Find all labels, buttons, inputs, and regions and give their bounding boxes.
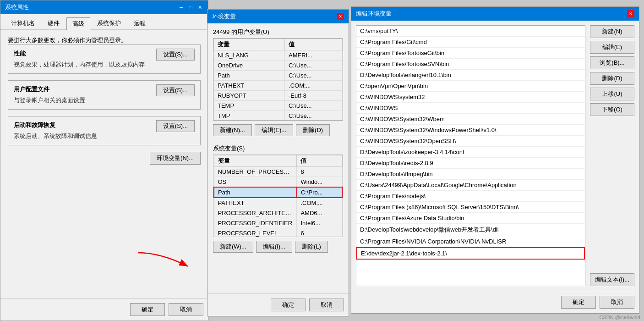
path-list-item[interactable]: C:\WINDOWS\system32 [356, 92, 585, 103]
user-var-name: OneDrive [214, 61, 285, 71]
sys-var-row[interactable]: PROCESSOR_ARCHITECTUREAMD6... [214, 208, 342, 218]
sys-vars-section-title: 系统变量(S) [207, 140, 349, 155]
sys-var-name: PROCESSOR_ARCHITECTURE [214, 208, 297, 218]
sys-var-row[interactable]: PROCESSOR_IDENTIFIERIntel6... [214, 218, 342, 228]
edit-env-down-btn[interactable]: 下移(O) [590, 103, 634, 116]
user-var-value: -Eutf-8 [285, 91, 343, 101]
user-var-value: AMERI... [285, 50, 343, 61]
edit-env-new-btn[interactable]: 新建(N) [590, 25, 634, 38]
sys-cancel-btn[interactable]: 取消 [169, 303, 203, 316]
env-variables-btn[interactable]: 环境变量(N)... [150, 152, 201, 165]
user-var-row[interactable]: RUBYOPT-Eutf-8 [214, 91, 343, 101]
path-list-item[interactable]: D:\DevelopTools\redis-2.8.9 [356, 158, 585, 169]
sys-var-value: 6 [297, 228, 342, 238]
user-delete-btn[interactable]: 删除(D) [296, 124, 330, 136]
tab-hardware[interactable]: 硬件 [42, 17, 65, 29]
edit-env-delete-btn[interactable]: 删除(D) [590, 72, 634, 85]
sys-var-row[interactable]: NUMBER_OF_PROCESSORS8 [214, 167, 342, 177]
path-list-item[interactable]: D:\DevelopTools\ffmpeg\bin [356, 169, 585, 180]
sys-var-row[interactable]: PathC:\Pro... [214, 187, 342, 198]
sys-var-row[interactable]: PATHEXT.COM;... [214, 198, 342, 208]
path-list-item[interactable]: C:\Program Files\TortoiseGit\bin [356, 48, 585, 59]
edit-env-close-btn[interactable]: × [627, 10, 634, 17]
sys-edit-btn[interactable]: 编辑(I)... [256, 241, 292, 253]
tab-system-protection[interactable]: 系统保护 [91, 17, 127, 29]
edit-text-btn[interactable]: 编辑文本(I)... [590, 273, 634, 286]
env-cancel-btn[interactable]: 取消 [309, 299, 344, 311]
user-var-row[interactable]: NLS_LANGAMERI... [214, 50, 343, 61]
warning-text: 要进行大多数更改，你必须作为管理员登录。 [8, 36, 201, 44]
edit-env-ok-btn[interactable]: 确定 [561, 296, 596, 309]
user-new-btn[interactable]: 新建(N)... [213, 124, 252, 136]
edit-env-cancel-btn[interactable]: 取消 [600, 296, 634, 309]
user-var-value: C:\Use... [285, 71, 343, 81]
tab-computer-name[interactable]: 计算机名 [5, 17, 41, 29]
sys-props-content: 要进行大多数更改，你必须作为管理员登录。 设置(S)... 性能 视觉效果，处理… [0, 30, 208, 298]
env-ok-btn[interactable]: 确定 [271, 299, 306, 311]
path-list-item[interactable]: E:\dev\dex2jar-2.1\dex-tools-2.1\ [356, 247, 585, 260]
sys-var-name: PROCESSOR_LEVEL [214, 228, 297, 238]
sys-var-name: PROCESSOR_IDENTIFIER [214, 218, 297, 228]
tab-advanced[interactable]: 高级 [66, 17, 90, 30]
sys-new-btn[interactable]: 新建(W)... [213, 241, 253, 253]
minimize-button[interactable]: ─ [178, 4, 185, 11]
path-list-item[interactable]: D:\DevelopTools\zookeeper-3.4.14\conf [356, 147, 585, 158]
performance-settings-btn[interactable]: 设置(S)... [156, 49, 195, 61]
sys-props-title: 系统属性 [5, 3, 29, 11]
path-list-item[interactable]: C:\WINDOWS\System32\Wbem [356, 114, 585, 125]
path-list-item[interactable]: D:\DevelopTools\webdevelop\微信web开发者工具\dl… [356, 224, 585, 236]
performance-section: 设置(S)... 性能 视觉效果，处理器计划，内存使用，以及虚拟内存 [8, 44, 201, 74]
tab-remote[interactable]: 远程 [128, 17, 152, 29]
path-list-item[interactable]: C:\WINDOWS\System32\WindowsPowerShell\v1… [356, 125, 585, 136]
path-list-item[interactable]: C:\Program Files\Azure Data Studio\bin [356, 213, 585, 224]
sys-var-name: Path [214, 187, 297, 198]
startup-recovery-section: 设置(S)... 启动和故障恢复 系统启动、系统故障和调试信息 [8, 116, 201, 145]
path-list-container[interactable]: C:\vms\putTY\C:\Program Files\Git\cmdC:\… [356, 25, 585, 286]
system-properties-window: 系统属性 ─ □ ✕ 计算机名 硬件 高级 系统保护 远程 要进行大多数更改，你… [0, 0, 208, 321]
close-button[interactable]: ✕ [196, 4, 203, 11]
path-list-item[interactable]: C:\Program Files\Git\cmd [356, 37, 585, 48]
user-vars-btns: 新建(N)... 编辑(E)... 删除(D) [207, 121, 349, 140]
sys-var-value: Windo... [297, 177, 342, 188]
edit-env-up-btn[interactable]: 上移(U) [590, 88, 634, 100]
user-var-row[interactable]: PathC:\Use... [214, 71, 343, 81]
user-var-row[interactable]: OneDriveC:\Use... [214, 61, 343, 71]
path-list-item[interactable]: C:\Program Files\TortoiseSVN\bin [356, 59, 585, 70]
sys-var-value: AMD6... [297, 208, 342, 218]
startup-settings-btn[interactable]: 设置(S)... [156, 120, 195, 132]
sys-ok-btn[interactable]: 确定 [130, 303, 165, 316]
user-var-row[interactable]: TMPC:\Use... [214, 111, 343, 121]
path-list-item[interactable]: C:\Program Files (x86)\Microsoft SQL Ser… [356, 202, 585, 213]
user-profile-settings-btn[interactable]: 设置(S)... [156, 84, 195, 96]
env-title: 环境变量 [212, 12, 236, 21]
user-var-row[interactable]: PATHEXT.COM;... [214, 81, 343, 91]
path-list-item[interactable]: C:\vms\putTY\ [356, 26, 585, 37]
user-var-value: C:\Use... [285, 61, 343, 71]
sys-vars-table: 变量 值 NUMBER_OF_PROCESSORS8OSWindo...Path… [213, 155, 343, 237]
sys-var-row[interactable]: PROCESSOR_LEVEL6 [214, 228, 342, 238]
path-list-item[interactable]: D:\DevelopTools\erlang\erl10.1\bin [356, 70, 585, 81]
sys-var-row[interactable]: OSWindo... [214, 177, 342, 188]
edit-env-title: 编辑环境变量 [356, 10, 392, 18]
user-edit-btn[interactable]: 编辑(E)... [255, 124, 293, 136]
maximize-button[interactable]: □ [187, 4, 194, 11]
path-list-item[interactable]: C:\WINDOWS [356, 103, 585, 114]
sys-vars-btns: 新建(W)... 编辑(I)... 删除(L) [207, 237, 349, 256]
path-list-item[interactable]: C:\WINDOWS\System32\OpenSSH\ [356, 136, 585, 147]
user-profile-section: 设置(S)... 用户配置文件 与登录帐户相关的桌面设置 [8, 80, 201, 110]
path-list-item[interactable]: C:\Program Files\NVIDIA Corporation\NVID… [356, 236, 585, 247]
sys-var-name: PATHEXT [214, 198, 297, 208]
watermark: CSDN @ice&wind [600, 315, 640, 320]
edit-env-titlebar: 编辑环境变量 × [351, 7, 639, 21]
edit-env-edit-btn[interactable]: 编辑(E) [590, 41, 634, 54]
user-var-row[interactable]: TEMPC:\Use... [214, 101, 343, 111]
sys-delete-btn[interactable]: 删除(L) [295, 241, 328, 253]
path-list-item[interactable]: C:\Program Files\nodejs\ [356, 191, 585, 202]
env-titlebar: 环境变量 × [207, 10, 349, 23]
env-close-btn[interactable]: × [337, 13, 344, 20]
tabs-bar: 计算机名 硬件 高级 系统保护 远程 [0, 14, 208, 30]
path-list-item[interactable]: C:\openVpn\OpenVpn\bin [356, 81, 585, 92]
edit-env-browse-btn[interactable]: 浏览(B)... [590, 56, 634, 69]
user-var-name: TMP [214, 111, 285, 121]
path-list-item[interactable]: C:\Users\24499\AppData\Local\Google\Chro… [356, 180, 585, 191]
